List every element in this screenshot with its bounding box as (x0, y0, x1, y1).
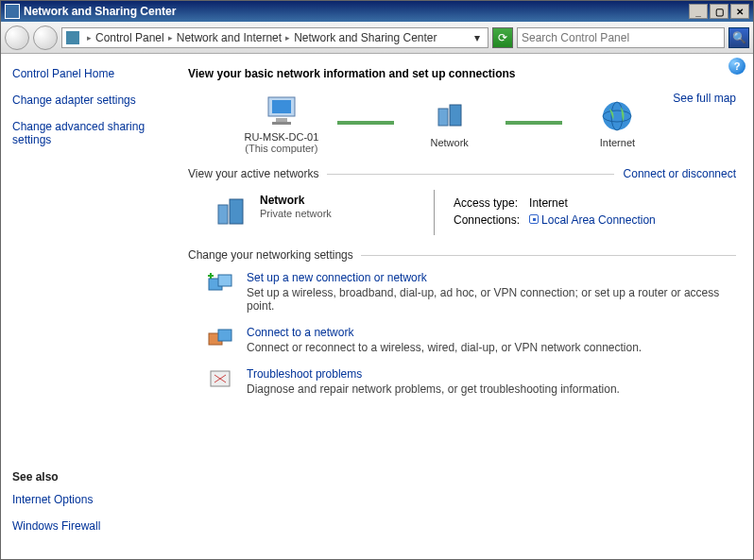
connection-link[interactable]: Local Area Connection (541, 213, 656, 227)
svg-rect-12 (218, 275, 231, 286)
task-connect-desc: Connect or reconnect to a wireless, wire… (247, 341, 642, 354)
map-internet-label: Internet (600, 137, 635, 148)
access-type-value: Internet (529, 195, 663, 211)
location-icon (66, 31, 79, 44)
search-input[interactable] (518, 31, 724, 44)
breadcrumb[interactable]: ▸ Control Panel ▸ Network and Internet ▸… (61, 27, 488, 48)
network-icon (429, 97, 471, 135)
search-box (517, 27, 725, 48)
see-also-heading: See also (12, 470, 169, 484)
network-details: Access type: Internet Connections: Local… (434, 190, 665, 235)
network-name: Network (260, 194, 304, 207)
svg-point-6 (603, 102, 631, 130)
setup-connection-icon (207, 271, 235, 297)
map-network: Network (394, 97, 506, 148)
ethernet-icon (529, 214, 539, 224)
active-network-row: Network Private network Access type: Int… (188, 190, 736, 235)
network-summary: Network Private network (188, 190, 434, 235)
active-networks-header: View your active networks Connect or dis… (188, 167, 736, 180)
svg-rect-5 (450, 105, 461, 126)
internet-options-link[interactable]: Internet Options (12, 493, 169, 506)
connect-disconnect-link[interactable]: Connect or disconnect (624, 167, 736, 180)
map-this-computer: RU-MSK-DC-01 (This computer) (226, 92, 337, 154)
computer-icon (261, 92, 302, 129)
map-this-sub: (This computer) (245, 143, 317, 154)
chevron-right-icon[interactable]: ▸ (87, 33, 92, 42)
close-button[interactable]: ✕ (730, 4, 749, 19)
search-button[interactable]: 🔍 (728, 27, 749, 48)
svg-rect-1 (272, 100, 291, 113)
map-this-label: RU-MSK-DC-01 (244, 131, 318, 143)
back-button[interactable] (5, 25, 29, 50)
svg-rect-14 (218, 330, 231, 341)
access-type-label: Access type: (454, 195, 527, 211)
map-network-label: Network (430, 137, 468, 148)
task-troubleshoot: Troubleshoot problems Diagnose and repai… (207, 367, 736, 396)
change-settings-header: Change your networking settings (188, 248, 736, 262)
breadcrumb-item[interactable]: Network and Sharing Center (294, 31, 437, 44)
task-connect-network: Connect to a network Connect or reconnec… (207, 326, 736, 354)
task-setup-desc: Set up a wireless, broadband, dial-up, a… (247, 286, 736, 313)
main-pane: ? View your basic network information an… (180, 54, 753, 559)
see-also: See also Internet Options Windows Firewa… (12, 470, 169, 546)
globe-icon (596, 97, 638, 135)
titlebar: Network and Sharing Center _ ▢ ✕ (1, 1, 753, 22)
breadcrumb-item[interactable]: Network and Internet (177, 31, 282, 44)
task-troubleshoot-desc: Diagnose and repair network problems, or… (247, 382, 620, 396)
svg-rect-4 (438, 109, 448, 126)
change-adapter-link[interactable]: Change adapter settings (12, 93, 169, 107)
window-title: Network and Sharing Center (24, 5, 176, 18)
see-full-map-link[interactable]: See full map (673, 92, 736, 105)
map-internet: Internet (562, 97, 674, 148)
svg-rect-10 (230, 199, 243, 224)
svg-rect-3 (272, 122, 291, 125)
chevron-down-icon[interactable]: ▾ (471, 31, 484, 44)
windows-firewall-link[interactable]: Windows Firewall (12, 519, 169, 533)
task-connect-link[interactable]: Connect to a network (247, 326, 353, 339)
network-icon (213, 194, 250, 231)
forward-button[interactable] (33, 25, 58, 50)
toolbar: ▸ Control Panel ▸ Network and Internet ▸… (1, 22, 753, 54)
task-troubleshoot-link[interactable]: Troubleshoot problems (247, 367, 362, 381)
refresh-button[interactable]: ⟳ (492, 27, 513, 48)
map-connector-icon (506, 121, 562, 125)
network-map: RU-MSK-DC-01 (This computer) Network Int… (226, 92, 673, 154)
minimize-button[interactable]: _ (689, 4, 708, 19)
connect-network-icon (207, 326, 235, 352)
chevron-right-icon[interactable]: ▸ (285, 33, 290, 42)
network-type: Private network (260, 208, 332, 219)
help-icon[interactable]: ? (728, 58, 745, 75)
breadcrumb-item[interactable]: Control Panel (95, 31, 164, 44)
change-advanced-sharing-link[interactable]: Change advanced sharing settings (12, 120, 169, 146)
left-nav: Control Panel Home Change adapter settin… (1, 54, 180, 559)
task-setup-link[interactable]: Set up a new connection or network (247, 271, 427, 284)
task-setup-connection: Set up a new connection or network Set u… (207, 271, 736, 313)
svg-rect-2 (276, 118, 287, 122)
maximize-button[interactable]: ▢ (710, 4, 728, 19)
map-connector-icon (337, 121, 394, 125)
app-icon (5, 4, 20, 19)
connections-label: Connections: (454, 212, 527, 228)
page-title: View your basic network information and … (188, 67, 736, 80)
chevron-right-icon[interactable]: ▸ (168, 33, 173, 42)
troubleshoot-icon (207, 367, 235, 394)
svg-rect-9 (218, 205, 228, 224)
control-panel-home-link[interactable]: Control Panel Home (12, 67, 169, 80)
